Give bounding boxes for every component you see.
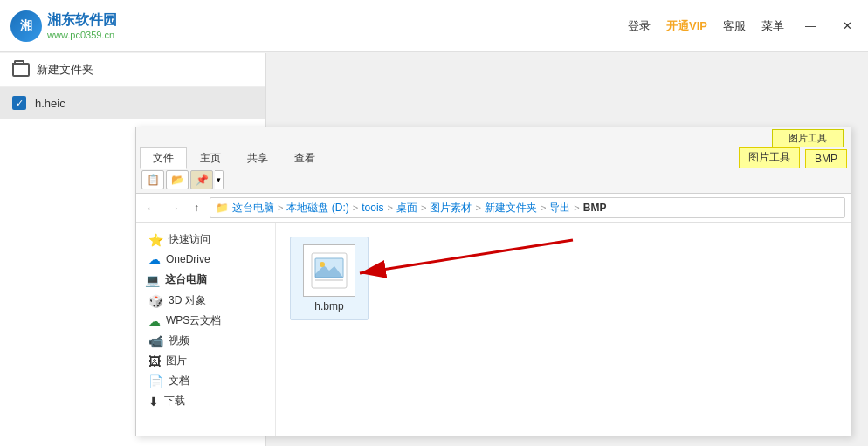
addr-sep-3: > [388, 202, 393, 213]
nav-label-3d: 3D 对象 [169, 293, 206, 308]
menu-button[interactable]: 菜单 [761, 18, 784, 34]
vip-button[interactable]: 开通VIP [666, 18, 707, 34]
checkbox-icon[interactable]: ✓ [12, 96, 26, 110]
tab-bmp[interactable]: BMP [805, 149, 847, 168]
app-bar: 湘 湘东软件园 www.pc0359.cn 登录 开通VIP 客服 菜单 — ✕ [0, 0, 868, 52]
nav-item-3d[interactable]: 🎲 3D 对象 [136, 291, 275, 311]
address-bar[interactable]: 📁 这台电脑 > 本地磁盘 (D:) > toois > 桌面 > 图片素材 >… [210, 197, 845, 218]
addr-sep-2: > [353, 202, 358, 213]
video-icon: 📹 [148, 334, 163, 348]
nav-label-video: 视频 [169, 333, 189, 348]
pc-icon: 💻 [145, 273, 160, 287]
addr-folder-icon: 📁 [216, 202, 229, 214]
logo-icon: 湘 [10, 10, 42, 42]
addr-imgmat[interactable]: 图片素材 [430, 201, 472, 216]
tab-file[interactable]: 文件 [140, 147, 187, 169]
ribbon-tabs-row: 文件 主页 共享 查看 图片工具 BMP [136, 147, 851, 168]
nav-bar: ← → ↑ 📁 这台电脑 > 本地磁盘 (D:) > toois > 桌面 > … [136, 194, 851, 223]
nav-label-wps: WPS云文档 [166, 313, 221, 328]
nav-label-download: 下载 [164, 394, 185, 408]
file-item-hbmp[interactable]: h.bmp [290, 237, 369, 320]
doc-icon: 📄 [148, 374, 163, 388]
addr-sep-7: > [574, 202, 579, 213]
app-subtitle: www.pc0359.cn [47, 30, 117, 40]
nav-back-button[interactable]: ← [141, 198, 161, 217]
file-name-label: h.heic [35, 97, 65, 110]
folder-icon [12, 63, 30, 77]
star-icon: ⭐ [148, 233, 163, 247]
addr-desktop[interactable]: 桌面 [396, 201, 417, 216]
svg-rect-4 [315, 279, 343, 281]
addr-sep-1: > [278, 202, 283, 213]
image-file-icon [310, 251, 348, 290]
nav-item-quickaccess[interactable]: ⭐ 快速访问 [136, 230, 275, 250]
nav-forward-button[interactable]: → [164, 198, 183, 217]
toolbar-btn-1[interactable]: 📋 [141, 170, 164, 189]
nav-item-doc[interactable]: 📄 文档 [136, 371, 275, 391]
svg-line-6 [360, 240, 573, 273]
nav-pane: ⭐ 快速访问 ☁ OneDrive 💻 这台电脑 🎲 3D 对象 ☁ WPS云文… [136, 223, 276, 436]
picture-icon: 🖼 [148, 354, 161, 368]
service-button[interactable]: 客服 [723, 18, 746, 34]
nav-label-thispc: 这台电脑 [165, 272, 207, 287]
app-logo: 湘 湘东软件园 www.pc0359.cn [10, 10, 117, 42]
file-area: h.bmp [276, 223, 851, 436]
nav-item-thispc[interactable]: 💻 这台电脑 [136, 269, 275, 291]
app-bar-right: 登录 开通VIP 客服 菜单 — ✕ [628, 17, 858, 34]
close-button[interactable]: ✕ [837, 17, 858, 34]
minimize-button[interactable]: — [800, 17, 822, 34]
nav-item-wps[interactable]: ☁ WPS云文档 [136, 311, 275, 331]
file-thumbnail [303, 244, 355, 297]
file-name-bmp: h.bmp [314, 300, 343, 312]
nav-up-button[interactable]: ↑ [187, 198, 206, 217]
ribbon-tool-tabs: 图片工具 [136, 127, 851, 147]
new-folder-label: 新建文件夹 [37, 62, 93, 78]
addr-toois[interactable]: toois [362, 202, 383, 214]
svg-point-3 [320, 262, 325, 267]
ribbon-tool-label: 图片工具 [772, 129, 844, 147]
new-folder-item[interactable]: 新建文件夹 [0, 53, 265, 87]
toolbar-dropdown[interactable]: ▾ [215, 170, 224, 189]
tab-view[interactable]: 查看 [281, 147, 328, 169]
login-button[interactable]: 登录 [628, 18, 651, 34]
nav-label-quickaccess: 快速访问 [169, 232, 210, 247]
app-title-block: 湘东软件园 www.pc0359.cn [47, 11, 117, 40]
explorer-window: 图片工具 文件 主页 共享 查看 图片工具 BMP 📋 📂 📌 ▾ ← → ↑ … [135, 127, 851, 436]
3d-icon: 🎲 [148, 294, 163, 308]
tab-share[interactable]: 共享 [234, 147, 281, 169]
toolbar-btn-3[interactable]: 📌 [190, 170, 213, 189]
cloud-icon: ☁ [148, 252, 161, 266]
addr-export[interactable]: 导出 [549, 201, 570, 216]
nav-label-onedrive: OneDrive [166, 253, 210, 265]
addr-sep-6: > [541, 202, 546, 213]
addr-newfolder[interactable]: 新建文件夹 [485, 201, 537, 216]
nav-item-video[interactable]: 📹 视频 [136, 331, 275, 351]
nav-item-picture[interactable]: 🖼 图片 [136, 351, 275, 371]
explorer-body: ⭐ 快速访问 ☁ OneDrive 💻 这台电脑 🎲 3D 对象 ☁ WPS云文… [136, 223, 851, 436]
file-list-item[interactable]: ✓ h.heic [0, 87, 265, 119]
toolbar-btn-2[interactable]: 📂 [166, 170, 189, 189]
addr-disk[interactable]: 本地磁盘 (D:) [286, 201, 348, 216]
nav-label-doc: 文档 [169, 374, 189, 388]
download-icon: ⬇ [148, 395, 159, 408]
app-title: 湘东软件园 [47, 11, 117, 30]
addr-bmp[interactable]: BMP [583, 202, 607, 214]
addr-sep-4: > [421, 202, 426, 213]
tab-manage[interactable]: 图片工具 [739, 147, 800, 168]
nav-label-picture: 图片 [166, 353, 187, 368]
wps-icon: ☁ [148, 314, 161, 328]
quick-toolbar: 📋 📂 📌 ▾ [136, 168, 851, 193]
tab-home[interactable]: 主页 [187, 147, 234, 169]
nav-item-download[interactable]: ⬇ 下载 [136, 391, 275, 411]
nav-item-onedrive[interactable]: ☁ OneDrive [136, 250, 275, 269]
addr-sep-5: > [475, 202, 480, 213]
addr-pc[interactable]: 这台电脑 [232, 201, 274, 216]
